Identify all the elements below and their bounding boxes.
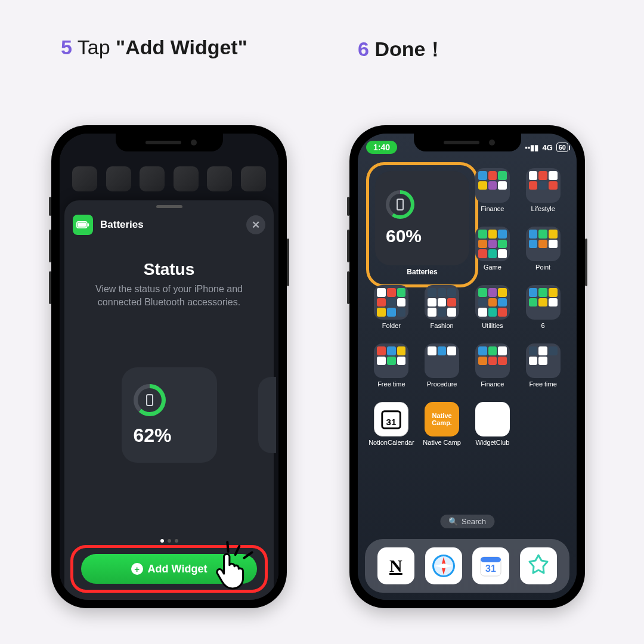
sheet-grabber[interactable] bbox=[156, 205, 182, 208]
network-label: 4G bbox=[542, 143, 552, 152]
plus-circle-icon: + bbox=[131, 563, 143, 575]
folder-finance2[interactable]: Finance bbox=[467, 343, 518, 402]
folder-freetime[interactable]: Free time bbox=[366, 343, 417, 402]
screen-step5: Batteries ✕ Status View the status of yo… bbox=[60, 134, 278, 600]
svg-text:31: 31 bbox=[386, 417, 397, 427]
step5-bold: "Add Widget" bbox=[116, 36, 247, 58]
notch bbox=[116, 134, 223, 151]
phone-step5: Batteries ✕ Status View the status of yo… bbox=[51, 125, 287, 608]
widget-preview-small[interactable]: 62% bbox=[122, 367, 217, 463]
svg-text:31: 31 bbox=[485, 564, 496, 574]
add-widget-label: Add Widget bbox=[148, 563, 208, 575]
step5-pretext: Tap bbox=[78, 36, 116, 58]
svg-rect-1 bbox=[78, 223, 86, 227]
svg-rect-10 bbox=[481, 557, 501, 562]
battery-indicator: 60 bbox=[556, 143, 568, 152]
iphone-icon bbox=[146, 394, 153, 406]
step5-number: 5 bbox=[61, 36, 72, 58]
widget-picker-sheet: Batteries ✕ Status View the status of yo… bbox=[64, 200, 274, 600]
dock-app-calendar[interactable]: 31 bbox=[472, 547, 509, 584]
battery-ring-icon bbox=[134, 384, 166, 416]
search-icon: 🔍 bbox=[448, 517, 458, 526]
step6-number: 6 bbox=[358, 38, 369, 60]
folder-6[interactable]: 6 bbox=[518, 285, 568, 343]
step5-heading: 5 Tap "Add Widget" bbox=[61, 36, 247, 59]
folder-utilities[interactable]: Utilities bbox=[467, 285, 518, 343]
page-indicator bbox=[160, 539, 178, 543]
svg-rect-2 bbox=[88, 223, 89, 226]
widget-title: Status bbox=[64, 260, 274, 279]
app-widgetclub[interactable]: WidgetClub bbox=[467, 402, 518, 460]
home-search[interactable]: 🔍 Search bbox=[440, 515, 494, 528]
folder-game[interactable]: Game bbox=[467, 227, 518, 285]
step6-heading: 6 Done！ bbox=[358, 36, 445, 63]
folder-procedure[interactable]: Procedure bbox=[417, 343, 467, 402]
phone-step6: 1:40 ▪▪▮▮ 4G 60 60% Batteries Finance bbox=[349, 125, 585, 608]
folder-folder[interactable]: Folder bbox=[366, 285, 417, 343]
notch bbox=[414, 134, 521, 151]
dock-app-notion[interactable]: N bbox=[377, 547, 414, 584]
search-label: Search bbox=[462, 517, 486, 526]
status-time[interactable]: 1:40 bbox=[366, 141, 397, 154]
folder-finance[interactable]: Finance bbox=[467, 168, 518, 227]
folder-freetime2[interactable]: Free time bbox=[518, 343, 568, 402]
signal-icon: ▪▪▮▮ bbox=[525, 143, 538, 152]
step6-bold: Done！ bbox=[374, 38, 445, 60]
folder-lifestyle[interactable]: Lifestyle bbox=[518, 168, 568, 227]
dock-app-safari[interactable] bbox=[425, 547, 462, 584]
dimmed-homescreen bbox=[60, 166, 278, 202]
screen-step6[interactable]: 1:40 ▪▪▮▮ 4G 60 60% Batteries Finance bbox=[358, 134, 577, 600]
next-widget-peek[interactable] bbox=[258, 377, 276, 453]
dock-app-widgetclub[interactable] bbox=[520, 547, 557, 584]
folder-point[interactable]: Point bbox=[518, 227, 568, 285]
app-native-camp[interactable]: NativeCamp. Native Camp bbox=[417, 402, 467, 460]
close-button[interactable]: ✕ bbox=[246, 215, 265, 234]
widget-description: View the status of your iPhone and conne… bbox=[85, 283, 253, 309]
add-widget-highlight: + Add Widget bbox=[70, 545, 268, 593]
sheet-app-name: Batteries bbox=[100, 219, 144, 231]
battery-percent: 62% bbox=[134, 425, 172, 447]
batteries-app-icon bbox=[73, 215, 93, 235]
close-icon: ✕ bbox=[252, 219, 260, 231]
folder-fashion[interactable]: Fashion bbox=[417, 285, 467, 343]
app-notion-calendar[interactable]: 31 NotionCalendar bbox=[366, 402, 417, 460]
pointer-hand-icon bbox=[213, 550, 250, 590]
dock: N 31 bbox=[365, 539, 569, 593]
